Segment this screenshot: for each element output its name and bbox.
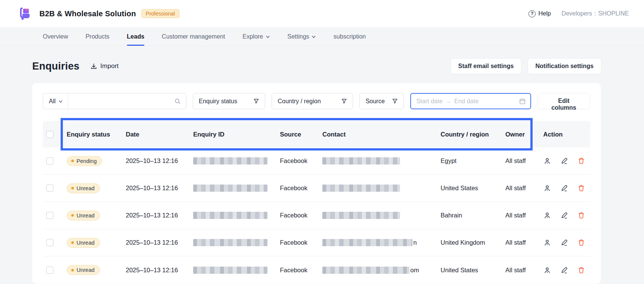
nav-item-subscription[interactable]: subscription <box>333 27 366 46</box>
person-icon <box>543 157 551 165</box>
assign-owner-button[interactable] <box>543 266 551 274</box>
person-icon <box>543 184 551 192</box>
nav-item-leads[interactable]: Leads <box>127 27 144 46</box>
nav-item-customer-management[interactable]: Customer management <box>162 27 225 46</box>
row-checkbox[interactable] <box>46 239 53 246</box>
enquiry-id-redacted <box>193 157 267 165</box>
contact-suffix: om <box>410 267 419 274</box>
help-label: Help <box>538 10 551 17</box>
table-row: Unread 2025–10–13 12:16 Facebook om Unit… <box>43 256 590 284</box>
start-date-placeholder: Start date <box>416 98 442 105</box>
source-filter-label: Source <box>366 98 385 105</box>
assign-owner-button[interactable] <box>543 211 551 219</box>
developers-label: Developers：SHOPLINE <box>561 10 629 18</box>
page-title: Enquiries <box>32 61 80 72</box>
column-header-source: Source <box>280 131 322 138</box>
table-row: Unread 2025–10–13 12:16 Facebook Bahrain… <box>43 202 590 229</box>
source-cell: Facebook <box>280 185 322 192</box>
country-region-filter[interactable]: Country / region <box>272 93 353 109</box>
search-input[interactable] <box>68 93 174 109</box>
edit-button[interactable] <box>560 157 568 165</box>
delete-button[interactable] <box>577 157 585 165</box>
country-cell: United Kingdom <box>441 239 505 246</box>
nav-item-explore[interactable]: Explore <box>242 27 270 46</box>
enquiries-table: Enquiry status Date Enquiry ID Source Co… <box>43 121 590 284</box>
trash-icon <box>577 211 585 219</box>
chevron-down-icon <box>266 34 270 39</box>
status-dot-icon <box>71 214 74 217</box>
range-arrow: → <box>445 98 451 104</box>
source-cell: Facebook <box>280 239 322 246</box>
contact-redacted <box>322 157 400 165</box>
action-cell <box>543 266 590 274</box>
row-checkbox[interactable] <box>46 212 53 219</box>
app-logo-icon <box>18 6 33 21</box>
enquiry-id-redacted <box>193 185 267 192</box>
edit-button[interactable] <box>560 184 568 192</box>
nav-item-overview[interactable]: Overview <box>43 27 68 46</box>
date-range-picker[interactable]: Start date → End date <box>410 93 531 109</box>
table-row: Unread 2025–10–13 12:16 Facebook United … <box>43 175 590 202</box>
date-cell: 2025–10–13 12:16 <box>126 157 193 165</box>
status-badge: Unread <box>67 265 100 275</box>
date-cell: 2025–10–13 12:16 <box>126 267 193 274</box>
delete-button[interactable] <box>577 211 585 219</box>
person-icon <box>543 239 551 247</box>
edit-button[interactable] <box>560 239 568 247</box>
notification-settings-button[interactable]: Notification settings <box>528 58 601 74</box>
country-cell: United States <box>441 267 505 274</box>
country-cell: Egypt <box>441 157 505 165</box>
row-checkbox[interactable] <box>46 157 53 165</box>
column-header-contact: Contact <box>322 131 441 138</box>
search-control: All <box>43 93 186 109</box>
staff-email-settings-button[interactable]: Staff email settings <box>451 58 522 74</box>
page-header: Enquiries Import Staff email settings No… <box>0 46 644 83</box>
source-cell: Facebook <box>280 157 322 165</box>
owner-cell: All staff <box>505 212 543 219</box>
status-dot-icon <box>71 269 74 272</box>
status-badge: Pending <box>67 156 102 166</box>
contact-cell <box>322 185 441 192</box>
edit-columns-button[interactable]: Edit columns <box>538 93 590 109</box>
delete-button[interactable] <box>577 239 585 247</box>
column-header-enquiry-status: Enquiry status <box>67 131 126 138</box>
filter-funnel-icon <box>341 98 347 104</box>
help-button[interactable]: ? Help <box>528 10 551 17</box>
main-nav: Overview Products Leads Customer managem… <box>0 27 644 46</box>
status-dot-icon <box>71 241 74 244</box>
column-header-enquiry-id: Enquiry ID <box>193 131 280 138</box>
delete-button[interactable] <box>577 266 585 274</box>
owner-cell: All staff <box>505 185 543 192</box>
delete-button[interactable] <box>577 184 585 192</box>
row-checkbox[interactable] <box>46 185 53 192</box>
contact-cell <box>322 157 441 165</box>
filter-funnel-icon <box>392 98 398 104</box>
status-badge: Unread <box>67 238 100 248</box>
pencil-icon <box>560 184 568 192</box>
search-icon <box>174 98 181 105</box>
nav-item-settings[interactable]: Settings <box>288 27 316 46</box>
assign-owner-button[interactable] <box>543 157 551 165</box>
enquiry-id-redacted <box>193 239 267 246</box>
nav-item-products[interactable]: Products <box>86 27 109 46</box>
search-scope-dropdown[interactable]: All <box>43 93 68 109</box>
edit-button[interactable] <box>560 266 568 274</box>
contact-redacted <box>322 239 413 246</box>
app-root: B2B & Wholesale Solution Professional ? … <box>0 0 644 284</box>
source-filter[interactable]: Source <box>360 93 404 109</box>
row-checkbox[interactable] <box>46 267 53 274</box>
chevron-down-icon <box>311 34 316 39</box>
status-dot-icon <box>71 187 74 189</box>
owner-cell: All staff <box>505 157 543 165</box>
trash-icon <box>577 157 585 165</box>
assign-owner-button[interactable] <box>543 239 551 247</box>
contact-redacted <box>322 212 400 219</box>
contact-cell: n <box>322 239 441 246</box>
trash-icon <box>577 266 585 274</box>
edit-button[interactable] <box>560 211 568 219</box>
select-all-checkbox[interactable] <box>46 131 53 138</box>
contact-cell: om <box>322 267 441 274</box>
enquiry-status-filter[interactable]: Enquiry status <box>193 93 265 109</box>
import-button[interactable]: Import <box>90 62 119 70</box>
assign-owner-button[interactable] <box>543 184 551 192</box>
